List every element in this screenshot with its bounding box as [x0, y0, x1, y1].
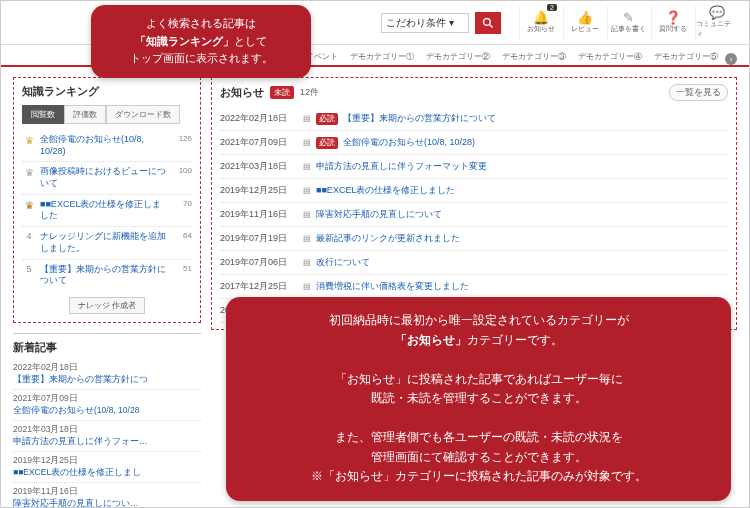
new-article-date: 2019年11月16日: [13, 486, 201, 498]
knowledge-ranking-panel: 知識ランキング 閲覧数 評価数 ダウンロード数 ♛全館停電のお知らせ(10/8,…: [13, 77, 201, 323]
crown-icon: ♛: [25, 135, 34, 146]
search-button[interactable]: [475, 12, 501, 34]
rank-link: 画像投稿時におけるビューについて: [40, 166, 168, 189]
new-article-item[interactable]: 2021年07月09日全館停電のお知らせ(10/8, 10/28: [13, 390, 201, 421]
header-icon-label: お知らせ: [527, 24, 555, 34]
header-glyph-icon: ❓: [665, 11, 681, 24]
new-article-item[interactable]: 2021年03月18日申請方法の見直しに伴うフォー…: [13, 421, 201, 452]
header-icon-記事を書く[interactable]: ✎記事を書く: [607, 6, 649, 40]
notification-badge: 2: [547, 4, 557, 11]
ranking-item[interactable]: 5【重要】来期からの営業方針について51: [22, 260, 192, 291]
notice-date: 2021年03月18日: [220, 160, 298, 173]
notice-row[interactable]: 2017年12月25日▤消費増税に伴い価格表を変更しました: [220, 275, 728, 299]
new-article-item[interactable]: 2022年02月18日【重要】来期からの営業方針につ: [13, 359, 201, 390]
unread-badge: 必読: [316, 113, 338, 125]
new-article-item[interactable]: 2019年12月25日■■EXCEL表の仕様を修正しまし: [13, 452, 201, 483]
notice-link: 【重要】来期からの営業方針について: [343, 112, 496, 125]
new-article-date: 2019年12月25日: [13, 455, 201, 467]
notice-row[interactable]: 2021年03月18日▤申請方法の見直しに伴うフォーマット変更: [220, 155, 728, 179]
file-icon: ▤: [303, 258, 311, 267]
notice-row[interactable]: 2019年12月25日▤■■EXCEL表の仕様を修正しました: [220, 179, 728, 203]
notice-row[interactable]: 2019年07月19日▤最新記事のリンクが更新されました: [220, 227, 728, 251]
notice-link: 全館停電のお知らせ(10/8, 10/28): [343, 136, 475, 149]
callout-notices: 初回納品時に最初から唯一設定されているカテゴリーが 「お知らせ」カテゴリーです。…: [226, 297, 731, 501]
rank-number: ♛: [22, 134, 36, 157]
notice-date: 2019年12月25日: [220, 184, 298, 197]
rank-count: 100: [172, 166, 192, 189]
ranking-footer-button[interactable]: ナレッジ 作成者: [69, 297, 145, 314]
unread-badge: 必読: [316, 137, 338, 149]
rank-number: ♛: [22, 166, 36, 189]
notice-link: 最新記事のリンクが更新されました: [316, 232, 460, 245]
notice-link: 申請方法の見直しに伴うフォーマット変更: [316, 160, 487, 173]
notice-row[interactable]: 2019年07月06日▤改行について: [220, 251, 728, 275]
notice-row[interactable]: 2022年02月18日▤必読【重要】来期からの営業方針について: [220, 107, 728, 131]
ranking-list: ♛全館停電のお知らせ(10/8, 10/28)126♛画像投稿時におけるビューに…: [22, 130, 192, 291]
ranking-title: 知識ランキング: [22, 84, 192, 99]
ranking-item[interactable]: ♛■■EXCEL表の仕様を修正しました70: [22, 195, 192, 227]
rank-count: 70: [172, 199, 192, 222]
rank-link: 【重要】来期からの営業方針について: [40, 264, 168, 287]
file-icon: ▤: [303, 162, 311, 171]
ranking-item[interactable]: ♛全館停電のお知らせ(10/8, 10/28)126: [22, 130, 192, 162]
rank-number: ♛: [22, 199, 36, 222]
left-column: 知識ランキング 閲覧数 評価数 ダウンロード数 ♛全館停電のお知らせ(10/8,…: [13, 77, 201, 508]
new-articles-panel: 新着記事 2022年02月18日【重要】来期からの営業方針につ2021年07月0…: [13, 333, 201, 508]
rank-link: ■■EXCEL表の仕様を修正しました: [40, 199, 168, 222]
search-filter-label: こだわり条件: [386, 17, 446, 28]
tabs-more-icon[interactable]: ›: [725, 53, 737, 65]
new-article-date: 2021年07月09日: [13, 393, 201, 405]
file-icon: ▤: [303, 138, 311, 147]
ranking-tab-downloads[interactable]: ダウンロード数: [106, 105, 180, 124]
ranking-tab-views[interactable]: 閲覧数: [22, 105, 64, 124]
notices-unread-tag: 未読: [270, 86, 294, 99]
header-icon-label: 質問する: [659, 24, 687, 34]
notices-header: お知らせ 未読 12件 一覧を見る: [220, 84, 728, 101]
rank-number: 4: [22, 231, 36, 254]
header-icon-お知らせ[interactable]: 2🔔お知らせ: [519, 6, 561, 40]
notice-row[interactable]: 2021年07月09日▤必読全館停電のお知らせ(10/8, 10/28): [220, 131, 728, 155]
notice-date: 2017年12月25日: [220, 280, 298, 293]
crown-icon: ♛: [25, 167, 34, 178]
notice-date: 2019年07月19日: [220, 232, 298, 245]
header-glyph-icon: 💬: [709, 6, 725, 19]
callout-ranking: よく検索される記事は 「知識ランキング」として トップ画面に表示されます。: [91, 5, 311, 78]
file-icon: ▤: [303, 114, 311, 123]
header-icon-質問する[interactable]: ❓質問する: [651, 6, 693, 40]
category-tab[interactable]: デモカテゴリー⑤: [649, 48, 723, 65]
notice-link: ■■EXCEL表の仕様を修正しました: [316, 184, 455, 197]
new-articles-title: 新着記事: [13, 340, 201, 355]
new-article-link: 申請方法の見直しに伴うフォー…: [13, 436, 201, 448]
notices-view-all[interactable]: 一覧を見る: [669, 84, 728, 101]
header-icon-label: 記事を書く: [611, 24, 646, 34]
header-icon-レビュー[interactable]: 👍レビュー: [563, 6, 605, 40]
notice-row[interactable]: 2019年11月16日▤障害対応手順の見直しについて: [220, 203, 728, 227]
header-icon-コミュニティ[interactable]: 💬コミュニティ: [695, 6, 737, 40]
svg-line-1: [490, 24, 493, 27]
header-icon-label: レビュー: [571, 24, 599, 34]
file-icon: ▤: [303, 210, 311, 219]
file-icon: ▤: [303, 186, 311, 195]
ranking-item[interactable]: 4ナレッジリングに新機能を追加しました。64: [22, 227, 192, 259]
ranking-item[interactable]: ♛画像投稿時におけるビューについて100: [22, 162, 192, 194]
new-article-link: ■■EXCEL表の仕様を修正しまし: [13, 467, 201, 479]
ranking-tab-ratings[interactable]: 評価数: [64, 105, 106, 124]
new-article-item[interactable]: 2019年11月16日障害対応手順の見直しについ…: [13, 483, 201, 508]
notice-date: 2022年02月18日: [220, 112, 298, 125]
category-tab[interactable]: デモカテゴリー①: [345, 48, 419, 65]
rank-count: 51: [172, 264, 192, 287]
search-filter-select[interactable]: こだわり条件 ▾: [381, 13, 469, 33]
rank-link: 全館停電のお知らせ(10/8, 10/28): [40, 134, 168, 157]
notice-date: 2019年11月16日: [220, 208, 298, 221]
rank-count: 126: [172, 134, 192, 157]
search-icon: [482, 17, 494, 29]
svg-point-0: [484, 18, 491, 25]
new-article-date: 2021年03月18日: [13, 424, 201, 436]
notice-link: 障害対応手順の見直しについて: [316, 208, 442, 221]
notices-panel: お知らせ 未読 12件 一覧を見る 2022年02月18日▤必読【重要】来期から…: [211, 77, 737, 330]
category-tab[interactable]: デモカテゴリー②: [421, 48, 495, 65]
category-tab[interactable]: デモカテゴリー④: [573, 48, 647, 65]
category-tab[interactable]: デモカテゴリー③: [497, 48, 571, 65]
notices-count: 12件: [300, 86, 319, 99]
ranking-tabs: 閲覧数 評価数 ダウンロード数: [22, 105, 192, 124]
